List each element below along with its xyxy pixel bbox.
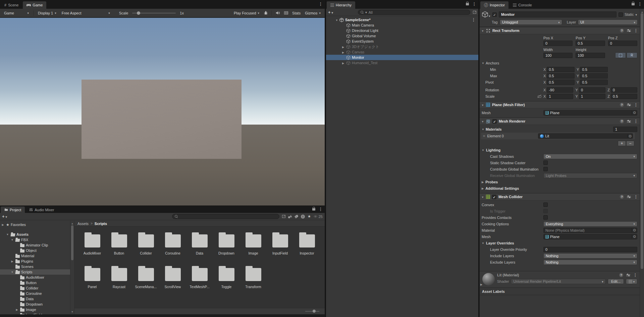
foldout-icon[interactable] <box>481 29 484 33</box>
frame-debugger-bug-icon[interactable] <box>264 11 268 15</box>
open-search-window-icon[interactable] <box>473 11 476 14</box>
asset-folder-item[interactable]: Data <box>186 230 213 264</box>
help-icon[interactable] <box>619 273 623 277</box>
component-menu-icon[interactable] <box>634 195 638 199</box>
foldout-icon[interactable]: ▶ <box>10 260 14 263</box>
project-tree-scrollbar[interactable] <box>70 221 74 314</box>
foldout-icon[interactable] <box>341 50 345 54</box>
inspector-scrollbar[interactable] <box>640 9 644 317</box>
mesh-renderer-header[interactable]: Mesh Renderer <box>480 118 640 125</box>
scale-slider[interactable] <box>132 13 176 13</box>
convex-checkbox[interactable] <box>543 202 548 207</box>
tab-scene[interactable]: Scene <box>1 1 22 9</box>
include-layers-dropdown[interactable]: Nothing <box>543 253 637 259</box>
foldout-icon[interactable] <box>341 45 345 49</box>
pos-z-field[interactable]: 0 <box>608 41 637 46</box>
asset-folder-item[interactable]: SceneMana... <box>132 264 159 297</box>
tag-dropdown[interactable]: Untagged <box>500 19 562 25</box>
shader-dropdown[interactable]: Universal Render Pipeline/Lit <box>511 279 605 284</box>
foldout-icon[interactable]: ▼ <box>6 233 9 236</box>
lock-icon[interactable] <box>632 3 635 5</box>
provides-contacts-checkbox[interactable] <box>543 215 548 220</box>
raw-edit-mode-button[interactable]: R <box>627 52 637 58</box>
gizmos-dropdown[interactable]: Gizmos <box>303 10 323 16</box>
inspector-menu-icon[interactable] <box>638 2 642 6</box>
tree-item[interactable]: ▶ Image <box>0 307 70 312</box>
anchor-min-x-field[interactable]: 0.5 <box>547 67 575 72</box>
object-picker-icon[interactable] <box>627 134 633 138</box>
game-view-mode-dropdown[interactable]: Game <box>2 10 31 16</box>
gameobject-icon[interactable] <box>482 11 490 18</box>
thumbnail-zoom-slider[interactable] <box>305 311 319 312</box>
lock-icon[interactable] <box>312 208 315 211</box>
hierarchy-search-input[interactable]: All <box>358 10 470 15</box>
foldout-icon[interactable] <box>481 103 484 107</box>
foldout-icon[interactable] <box>341 61 345 65</box>
tab-audio-mixer[interactable]: Audio Mixer <box>25 207 58 213</box>
tree-item[interactable]: Dropdown <box>0 302 70 307</box>
layer-overrides-foldout[interactable]: Layer Overrides <box>480 240 637 246</box>
active-checkbox[interactable] <box>492 12 497 17</box>
edit-shader-button[interactable]: Edit... <box>608 279 624 284</box>
stats-toggle[interactable]: Stats <box>291 11 302 15</box>
foldout-icon[interactable]: ▼ <box>10 271 14 274</box>
mute-audio-icon[interactable] <box>275 11 280 15</box>
foldout-icon[interactable]: ▼ <box>10 238 14 241</box>
project-search-input[interactable] <box>172 214 279 219</box>
hierarchy-item[interactable]: Global Volume <box>326 33 478 39</box>
material-object-field[interactable]: Lit <box>538 133 633 139</box>
component-menu-icon[interactable] <box>634 103 638 107</box>
static-shadow-caster-checkbox[interactable] <box>543 161 548 165</box>
game-viewport[interactable] <box>0 18 325 206</box>
scale-z-field[interactable]: 0.5 <box>611 94 637 99</box>
lock-icon[interactable] <box>466 3 469 5</box>
tree-item[interactable]: ▼ FBX <box>0 237 70 242</box>
hierarchy-item[interactable]: EventSystem <box>326 39 478 44</box>
filter-by-label-icon[interactable] <box>294 215 299 218</box>
shader-list-button[interactable] <box>626 279 637 284</box>
asset-folder-item[interactable]: Panel <box>79 264 106 297</box>
tree-item[interactable]: ▼ Scripts <box>0 269 70 275</box>
tree-item[interactable]: ▶ Favorites <box>0 222 70 227</box>
asset-folder-item[interactable]: Image <box>240 230 267 264</box>
height-field[interactable]: 100 <box>576 53 605 58</box>
mesh-collider-enabled-checkbox[interactable] <box>492 195 496 199</box>
create-object-button[interactable]: + <box>328 10 333 15</box>
breadcrumb-root[interactable]: Assets <box>77 222 89 226</box>
material-menu-icon[interactable] <box>633 273 637 277</box>
width-field[interactable]: 100 <box>543 53 573 58</box>
scroll-down-icon[interactable] <box>71 310 73 313</box>
asset-folder-item[interactable]: Dropdown <box>213 230 240 264</box>
breadcrumb-current[interactable]: Scripts <box>95 222 107 226</box>
import-warnings-icon[interactable] <box>301 215 305 219</box>
pos-y-field[interactable]: 0.5 <box>576 41 605 46</box>
lighting-foldout[interactable]: Lighting <box>480 147 637 153</box>
material-foldout-icon[interactable] <box>480 282 482 286</box>
asset-folder-item[interactable]: Coroutine <box>159 230 186 264</box>
tree-item[interactable]: Material <box>0 253 70 259</box>
asset-folder-item[interactable]: Transform <box>240 264 267 297</box>
vsync-grid-icon[interactable] <box>284 11 288 14</box>
mesh-object-field[interactable]: Plane <box>543 110 637 116</box>
layer-dropdown[interactable]: UI <box>578 19 638 25</box>
layer-override-priority-field[interactable]: 0 <box>543 247 637 252</box>
asset-folder-item[interactable]: Inspector <box>293 230 320 264</box>
scale-slider-knob[interactable] <box>137 11 140 15</box>
asset-folder-item[interactable]: Raycast <box>106 264 132 297</box>
tab-game[interactable]: Game <box>23 1 46 9</box>
materials-count-field[interactable]: 1 <box>613 127 637 132</box>
create-asset-button[interactable]: + <box>2 214 7 219</box>
tree-item[interactable]: InputField <box>0 312 70 314</box>
tree-item[interactable]: Button <box>0 280 70 285</box>
tab-console[interactable]: Console <box>509 1 535 9</box>
component-menu-icon[interactable] <box>634 29 638 33</box>
blueprint-mode-button[interactable] <box>615 52 626 58</box>
asset-folder-item[interactable]: Button <box>106 230 132 264</box>
asset-folder-item[interactable]: ScrollView <box>159 264 186 297</box>
probes-foldout[interactable]: Probes <box>480 179 637 185</box>
constrain-proportions-off-icon[interactable] <box>537 94 541 98</box>
open-search-window-icon[interactable] <box>282 215 285 218</box>
anchors-foldout-icon[interactable] <box>482 61 484 65</box>
foldout-icon[interactable] <box>481 120 484 123</box>
scene-menu-icon[interactable] <box>472 18 476 22</box>
